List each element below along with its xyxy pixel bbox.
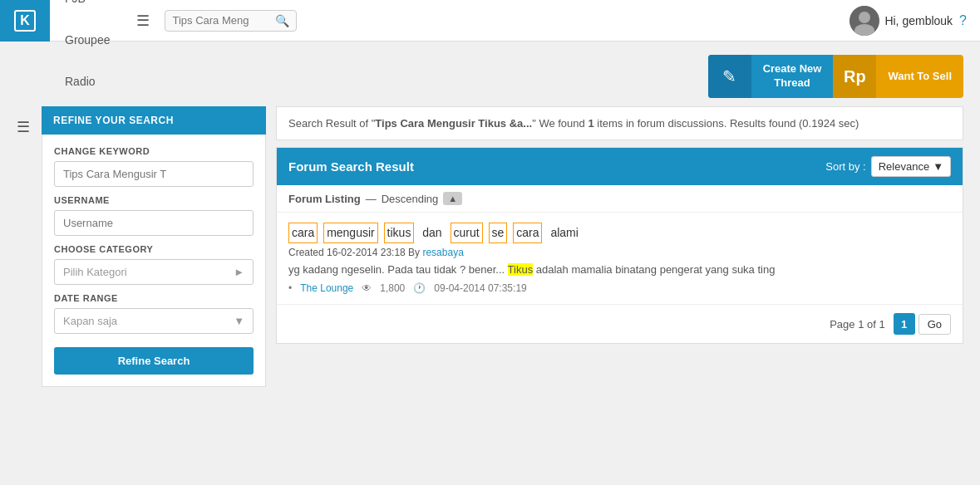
username-label: USERNAME <box>54 195 254 205</box>
title-word-tikus[interactable]: tikus <box>384 223 415 243</box>
listing-dash: — <box>366 193 377 205</box>
views-icon: 👁 <box>362 282 372 294</box>
chevron-down-icon: ▼ <box>234 315 244 327</box>
hamburger-icon[interactable]: ☰ <box>125 0 161 42</box>
listing-order: Descending <box>382 193 439 205</box>
header: K Forum FJB Groupee Radio ☰ 🔍 Hi, gemblo… <box>0 0 980 42</box>
nav-item-groupee[interactable]: Groupee <box>50 21 125 62</box>
result-notice: Search Result of "Tips Cara Mengusir Tik… <box>276 106 963 140</box>
sort-select[interactable]: Relevance ▼ <box>871 156 951 177</box>
listing-bar: Forum Listing — Descending ▲ <box>277 185 963 213</box>
title-word-mengusir[interactable]: mengusir <box>323 223 378 243</box>
sort-order-icon[interactable]: ▲ <box>443 192 462 205</box>
category-value: Pilih Kategori <box>63 266 127 278</box>
thread-author-link[interactable]: resabaya <box>422 247 463 258</box>
create-icon: ✎ <box>708 55 751 98</box>
help-icon[interactable]: ? <box>959 13 967 28</box>
tag-bullet-icon: • <box>288 282 292 294</box>
result-suffix: items in forum discussions. Results foun… <box>594 117 859 130</box>
page-number-button[interactable]: 1 <box>894 313 915 335</box>
page-info: Page 1 of 1 <box>830 318 885 331</box>
avatar <box>849 6 879 36</box>
clock-icon: 🕐 <box>413 282 426 294</box>
date-range-select[interactable]: Kapan saja ▼ <box>54 308 254 334</box>
main-area: ☰ REFINE YOUR SEARCH CHANGE KEYWORD USER… <box>0 106 980 404</box>
create-new-thread-button[interactable]: ✎ Create NewThread <box>708 55 834 98</box>
username-input[interactable] <box>54 210 254 236</box>
change-keyword-label: CHANGE KEYWORD <box>54 146 254 156</box>
category-select[interactable]: Pilih Kategori ► <box>54 259 254 285</box>
refine-header: REFINE YOUR SEARCH <box>42 106 266 135</box>
title-word-alami: alami <box>548 223 580 242</box>
table-row: cara mengusir tikus dan curut se cara al… <box>277 213 963 305</box>
search-bar: 🔍 <box>165 10 297 32</box>
sidebar-toggle[interactable]: ☰ <box>17 106 42 387</box>
listing-label: Forum Listing <box>288 193 361 205</box>
title-word-curut[interactable]: curut <box>451 223 483 243</box>
sort-by: Sort by : Relevance ▼ <box>825 156 951 177</box>
excerpt-pre: yg kadang ngeselin. Pada tau tidak ? ben… <box>288 263 508 276</box>
header-right: Hi, gemblouk ? <box>849 6 980 36</box>
thread-tags: • The Lounge 👁 1,800 🕐 09-04-2014 07:35:… <box>288 282 951 294</box>
thread-meta: Created 16-02-2014 23:18 By resabaya <box>288 247 951 258</box>
forum-result-title: Forum Search Result <box>288 159 414 174</box>
sort-chevron-icon: ▼ <box>933 160 943 173</box>
forum-result-header: Forum Search Result Sort by : Relevance … <box>277 148 963 185</box>
keyword-input[interactable] <box>54 161 254 187</box>
refine-search-button[interactable]: Refine Search <box>54 347 254 375</box>
want-to-sell-button[interactable]: Rp Want To Sell <box>833 55 963 98</box>
excerpt-suf: adalah mamalia binatang pengerat yang su… <box>533 263 775 276</box>
sort-selected: Relevance <box>879 160 929 173</box>
search-icon[interactable]: 🔍 <box>275 14 289 27</box>
logo[interactable]: K <box>0 0 50 42</box>
sell-label: Want To Sell <box>876 70 963 84</box>
result-pre: Search Result of " <box>288 117 375 130</box>
title-word-se[interactable]: se <box>489 223 508 243</box>
refine-panel: REFINE YOUR SEARCH CHANGE KEYWORD USERNA… <box>42 106 266 387</box>
title-word-dan: dan <box>420 223 444 242</box>
title-word-cara[interactable]: cara <box>288 223 318 243</box>
main-nav: Forum FJB Groupee Radio <box>50 0 125 104</box>
search-input[interactable] <box>172 14 272 27</box>
thread-excerpt: yg kadang ngeselin. Pada tau tidak ? ben… <box>288 263 951 276</box>
action-bar: ✎ Create NewThread Rp Want To Sell <box>0 42 980 106</box>
nav-item-radio[interactable]: Radio <box>50 62 125 104</box>
refine-body: CHANGE KEYWORD USERNAME CHOOSE CATEGORY … <box>42 135 266 387</box>
tag-the-lounge[interactable]: The Lounge <box>300 282 353 294</box>
excerpt-highlight: Tikus <box>508 263 534 276</box>
thread-created: Created 16-02-2014 23:18 By <box>288 247 422 258</box>
result-area: Search Result of "Tips Cara Mengusir Tik… <box>276 106 963 387</box>
sell-icon: Rp <box>833 55 876 98</box>
category-label: CHOOSE CATEGORY <box>54 244 254 254</box>
nav-item-fjb[interactable]: FJB <box>50 0 125 21</box>
forum-result-box: Forum Search Result Sort by : Relevance … <box>276 147 963 344</box>
date-range-value: Kapan saja <box>63 315 117 327</box>
result-count: 1 <box>588 117 593 130</box>
date-range-label: DATE RANGE <box>54 293 254 303</box>
sort-by-label: Sort by : <box>825 160 865 173</box>
create-label: Create NewThread <box>751 62 834 91</box>
result-keyword: Tips Cara Mengusir Tikus &a... <box>375 117 532 130</box>
page-go-button[interactable]: Go <box>918 314 951 335</box>
result-post: " We found <box>532 117 588 130</box>
title-word-cara2[interactable]: cara <box>513 223 542 243</box>
pagination-bar: Page 1 of 1 1 Go <box>277 305 963 343</box>
hi-text: Hi, gemblouk <box>884 14 953 27</box>
chevron-right-icon: ► <box>234 266 244 278</box>
svg-point-1 <box>859 12 870 23</box>
logo-text: K <box>14 10 36 32</box>
thread-title: cara mengusir tikus dan curut se cara al… <box>288 223 951 243</box>
thread-last-post: 09-04-2014 07:35:19 <box>434 282 526 294</box>
thread-views: 1,800 <box>380 282 405 294</box>
